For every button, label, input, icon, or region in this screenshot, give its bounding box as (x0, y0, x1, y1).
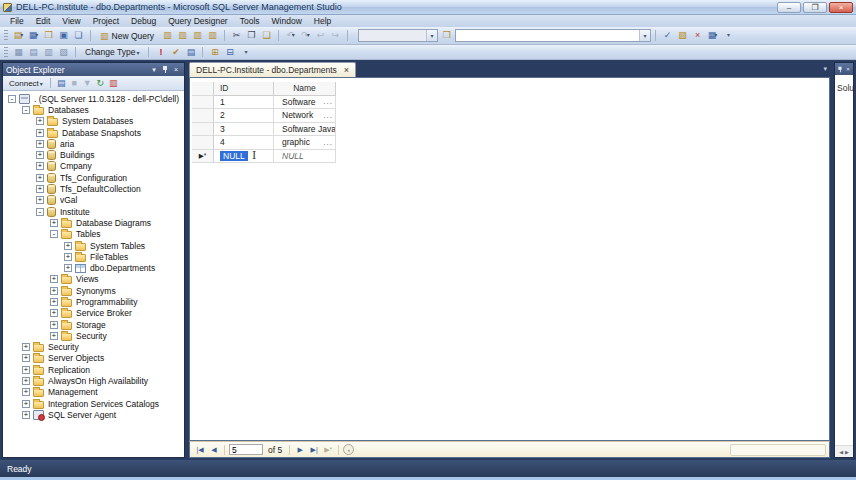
tree-item[interactable]: - . (SQL Server 11.0.3128 - dell-PC\dell… (3, 93, 184, 104)
database-combo[interactable]: ▾ (358, 29, 438, 42)
tree-item[interactable]: + Synonyms (3, 285, 184, 296)
execution-plan-icon[interactable]: ▧ (675, 29, 690, 43)
tree-expander-icon[interactable]: + (36, 151, 44, 159)
tree-item[interactable]: + Cmpany (3, 161, 184, 172)
undo-icon[interactable]: ↶▾ (283, 29, 298, 43)
find-combo[interactable]: ▾ (455, 29, 651, 42)
paste-icon[interactable]: ❑ (259, 29, 274, 43)
first-record-button[interactable]: |◀ (194, 444, 206, 456)
tree-expander-icon[interactable]: + (50, 332, 58, 340)
tree-item[interactable]: + Storage (3, 319, 184, 330)
add-group-by-icon[interactable]: ▤ (183, 45, 198, 59)
grid-cell-id[interactable]: 3 (214, 123, 274, 137)
column-header-name[interactable]: Name (274, 82, 336, 96)
copy-icon[interactable]: ❐ (244, 29, 259, 43)
tree-item[interactable]: + SQL Server Agent (3, 409, 184, 420)
menu-item[interactable]: Help (308, 15, 337, 27)
grid-cell-id[interactable]: 2 (214, 109, 274, 123)
tree-expander-icon[interactable]: + (50, 275, 58, 283)
restore-button[interactable]: ❐ (803, 2, 827, 13)
grid-cell-id-new[interactable]: NULL (214, 150, 274, 164)
tree-expander-icon[interactable]: + (36, 140, 44, 148)
menu-item[interactable]: Edit (30, 15, 57, 27)
pin-icon[interactable] (163, 66, 167, 73)
save-all-icon[interactable]: ❏ (71, 29, 86, 43)
ellipsis-button[interactable]: ... (323, 97, 335, 106)
browse-folder-icon[interactable]: ❒ (439, 29, 454, 43)
grid-cell-name-new[interactable]: NULL (274, 150, 336, 164)
tree-item[interactable]: + Buildings (3, 149, 184, 160)
analysis-services-dmx-query-icon[interactable]: ▥ (190, 29, 205, 43)
tab-close-icon[interactable]: × (344, 66, 349, 75)
new-query-button[interactable]: ▥ New Query (95, 29, 159, 43)
window-layout-icon[interactable]: ▦▾ (26, 29, 41, 43)
new-connection-icon[interactable]: ▤▾ (11, 29, 26, 43)
save-icon[interactable]: ▣ (56, 29, 71, 43)
tree-item[interactable]: + Tfs_Configuration (3, 172, 184, 183)
tree-item[interactable]: + Programmability (3, 296, 184, 307)
tree-expander-icon[interactable]: + (36, 129, 44, 137)
tree-expander-icon[interactable]: - (22, 106, 30, 114)
tree-item[interactable]: - Databases (3, 104, 184, 115)
tree-item[interactable]: + Management (3, 387, 184, 398)
menu-item[interactable]: Project (87, 15, 125, 27)
tree-item[interactable]: + Replication (3, 364, 184, 375)
tree-item[interactable]: + FileTables (3, 251, 184, 262)
menu-item[interactable]: File (4, 15, 30, 27)
active-files-chevron-icon[interactable]: ▾ (823, 65, 827, 73)
tree-item[interactable]: + System Tables (3, 240, 184, 251)
tree-item[interactable]: + Views (3, 274, 184, 285)
tree-expander-icon[interactable]: + (50, 321, 58, 329)
tree-item[interactable]: - Tables (3, 229, 184, 240)
redo-icon[interactable]: ↷▾ (298, 29, 313, 43)
tree-item[interactable]: + System Databases (3, 116, 184, 127)
close-button[interactable]: × (829, 2, 853, 13)
tree-item[interactable]: + Integration Services Catalogs (3, 398, 184, 409)
tree-expander-icon[interactable]: + (22, 411, 30, 419)
new-record-button[interactable]: ▶* (322, 444, 334, 456)
tree-expander-icon[interactable]: + (22, 400, 30, 408)
toolbar-overflow-icon[interactable]: ▾ (721, 29, 736, 43)
tree-item[interactable]: + Server Objects (3, 353, 184, 364)
tree-expander-icon[interactable]: - (36, 208, 44, 216)
tree-item[interactable]: + dbo.Departments (3, 262, 184, 273)
next-record-button[interactable]: ▶ (294, 444, 306, 456)
execute-sql-icon[interactable]: ! (153, 45, 168, 59)
stop-icon[interactable]: ■ (68, 76, 81, 90)
analysis-services-xmla-query-icon[interactable]: ▥ (205, 29, 220, 43)
minimize-button[interactable]: – (777, 2, 801, 13)
tree-item[interactable]: - Institute (3, 206, 184, 217)
tree-expander-icon[interactable]: + (22, 377, 30, 385)
navigate-forward-icon[interactable]: ↪ (328, 29, 343, 43)
tree-expander-icon[interactable]: - (8, 95, 16, 103)
tree-expander-icon[interactable]: + (36, 117, 44, 125)
tree-item[interactable]: + vGal (3, 195, 184, 206)
tree-item[interactable]: + aria (3, 138, 184, 149)
tree-expander-icon[interactable]: + (22, 388, 30, 396)
row-header[interactable] (192, 109, 214, 123)
ellipsis-button[interactable]: ... (323, 111, 335, 120)
navigate-back-icon[interactable]: ↩ (313, 29, 328, 43)
disconnect-icon[interactable]: ▤ (55, 76, 68, 90)
scroll-left-icon[interactable]: ◀ (839, 449, 843, 455)
tree-expander-icon[interactable]: + (50, 309, 58, 317)
filter-icon[interactable]: ▼ (81, 76, 94, 90)
horizontal-scrollbar[interactable] (730, 444, 826, 456)
grid-corner-cell[interactable] (192, 82, 214, 96)
tree-expander-icon[interactable]: + (22, 354, 30, 362)
row-header[interactable] (192, 136, 214, 150)
add-derived-table-icon[interactable]: ⊟ (222, 45, 237, 59)
tree-item[interactable]: + Database Diagrams (3, 217, 184, 228)
close-icon[interactable]: × (844, 64, 852, 75)
menu-item[interactable]: View (56, 15, 86, 27)
reports-icon[interactable]: ▥ (107, 76, 120, 90)
tree-expander-icon[interactable]: + (22, 343, 30, 351)
window-position-icon[interactable]: ▾ (149, 64, 159, 75)
chevron-down-icon[interactable]: ▾ (426, 30, 437, 41)
current-record-input[interactable] (229, 444, 263, 455)
database-engine-query-icon[interactable]: ▥ (160, 29, 175, 43)
tree-expander-icon[interactable]: + (64, 242, 72, 250)
tree-expander-icon[interactable]: + (22, 366, 30, 374)
previous-record-button[interactable]: ◀ (208, 444, 220, 456)
open-file-icon[interactable]: ❒ (41, 29, 56, 43)
